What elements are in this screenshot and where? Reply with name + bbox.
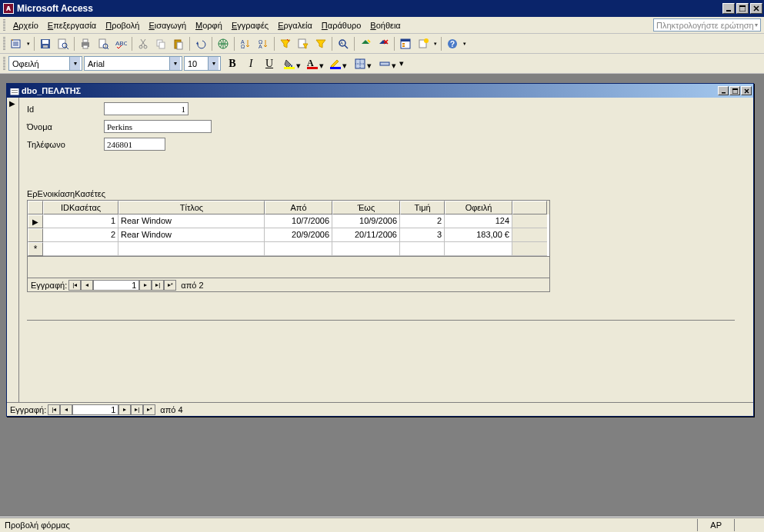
svg-rect-32 bbox=[402, 45, 405, 47]
nav-next-button[interactable]: ▸ bbox=[118, 404, 131, 415]
table-row[interactable]: 2 Rear Window 20/9/2006 20/11/2006 3 183… bbox=[28, 228, 549, 242]
nav-next-button[interactable]: ▸ bbox=[139, 280, 152, 291]
svg-rect-20 bbox=[177, 42, 182, 49]
new-object-button[interactable] bbox=[415, 35, 432, 52]
toolbar-options[interactable]: ▾ bbox=[399, 58, 404, 68]
bold-button[interactable]: B bbox=[224, 55, 241, 72]
font-size-combo[interactable]: 10▾ bbox=[184, 56, 221, 71]
status-panel-empty bbox=[734, 519, 759, 531]
menu-tools[interactable]: Εργαλεία bbox=[273, 19, 317, 32]
font-combo[interactable]: Arial▾ bbox=[84, 56, 182, 71]
standard-toolbar: ▾ ABC AΩ ΩA A ▾ ? ▾ bbox=[0, 34, 764, 54]
subform-label: ΕρΕνοικίασηΚασέτες bbox=[27, 189, 746, 198]
new-record-button[interactable] bbox=[357, 35, 374, 52]
svg-rect-2 bbox=[739, 5, 746, 7]
form-maximize-button[interactable] bbox=[729, 86, 740, 95]
record-selector[interactable]: ▶ bbox=[7, 98, 19, 402]
new-object-dropdown[interactable]: ▾ bbox=[432, 41, 439, 47]
nav-prev-button[interactable]: ◂ bbox=[81, 280, 93, 291]
line-color-button[interactable]: ▾ bbox=[327, 55, 349, 72]
fill-color-button[interactable]: ▾ bbox=[281, 55, 302, 72]
column-header[interactable]: Τιμή bbox=[400, 201, 445, 214]
view-dropdown[interactable]: ▾ bbox=[25, 41, 32, 47]
database-window-button[interactable] bbox=[397, 35, 414, 52]
toolbar-grip[interactable] bbox=[3, 37, 5, 51]
maximize-button[interactable] bbox=[736, 3, 749, 14]
svg-rect-18 bbox=[159, 42, 165, 48]
minimize-button[interactable] bbox=[722, 3, 735, 14]
object-combo[interactable]: Οφειλή▾ bbox=[8, 56, 82, 71]
menu-edit[interactable]: Επεξεργασία bbox=[43, 19, 101, 32]
special-effect-button[interactable]: ▾ bbox=[376, 55, 398, 72]
form-close-button[interactable] bbox=[741, 86, 752, 95]
nav-first-button[interactable]: |◂ bbox=[48, 404, 60, 415]
hyperlink-button[interactable] bbox=[215, 35, 232, 52]
sort-desc-button[interactable]: ΩA bbox=[255, 35, 272, 52]
form-titlebar[interactable]: dbo_ΠΕΛΑΤΗΣ bbox=[7, 84, 753, 98]
svg-rect-10 bbox=[83, 39, 88, 42]
phone-field[interactable] bbox=[104, 138, 165, 151]
print-button[interactable] bbox=[77, 35, 94, 52]
view-button[interactable] bbox=[8, 35, 25, 52]
find-button[interactable]: A bbox=[335, 35, 352, 52]
menu-insert[interactable]: Εισαγωγή bbox=[144, 19, 191, 32]
form-body: ▶ Id Όνομα Τηλέφωνο ΕρΕνοικίασηΚασέτες I… bbox=[7, 98, 753, 416]
toolbar-grip[interactable] bbox=[3, 19, 5, 32]
delete-record-button[interactable] bbox=[375, 35, 392, 52]
help-button[interactable]: ? bbox=[444, 35, 461, 52]
search-file-button[interactable] bbox=[55, 35, 72, 52]
nav-of-text: από 2 bbox=[181, 281, 203, 290]
name-field[interactable] bbox=[104, 120, 212, 133]
filter-form-button[interactable] bbox=[295, 35, 312, 52]
id-field[interactable] bbox=[104, 102, 188, 115]
underline-button[interactable]: U bbox=[261, 55, 278, 72]
menu-help[interactable]: Βοήθεια bbox=[365, 19, 405, 32]
nav-first-button[interactable]: |◂ bbox=[68, 280, 81, 291]
menu-view[interactable]: Προβολή bbox=[101, 19, 144, 32]
toolbar-options[interactable]: ▾ bbox=[462, 41, 468, 47]
svg-rect-5 bbox=[42, 40, 48, 44]
save-button[interactable] bbox=[37, 35, 54, 52]
filter-selection-button[interactable] bbox=[277, 35, 294, 52]
nav-of-text: από 4 bbox=[160, 405, 182, 414]
column-header[interactable]: IDΚασέτας bbox=[43, 201, 118, 214]
cut-button[interactable] bbox=[135, 35, 152, 52]
nav-new-button[interactable]: ▸* bbox=[143, 404, 155, 415]
form-minimize-button[interactable] bbox=[718, 86, 729, 95]
nav-new-button[interactable]: ▸* bbox=[164, 280, 176, 291]
apply-filter-button[interactable] bbox=[312, 35, 329, 52]
border-button[interactable]: ▾ bbox=[352, 55, 373, 72]
font-color-button[interactable]: A▾ bbox=[304, 55, 325, 72]
nav-prev-button[interactable]: ◂ bbox=[60, 404, 72, 415]
column-header[interactable]: Έως bbox=[332, 201, 400, 214]
menu-records[interactable]: Εγγραφές bbox=[227, 19, 273, 32]
format-toolbar: Οφειλή▾ Arial▾ 10▾ B I U ▾ A▾ ▾ ▾ ▾ ▾ bbox=[0, 54, 764, 74]
nav-last-button[interactable]: ▸| bbox=[131, 404, 143, 415]
column-header[interactable]: Τίτλος bbox=[118, 201, 265, 214]
copy-button[interactable] bbox=[152, 35, 169, 52]
nav-last-button[interactable]: ▸| bbox=[152, 280, 164, 291]
spelling-button[interactable]: ABC bbox=[112, 35, 129, 52]
menu-file[interactable]: Αρχείο bbox=[8, 19, 43, 32]
sort-asc-button[interactable]: AΩ bbox=[237, 35, 254, 52]
svg-text:A: A bbox=[259, 44, 262, 49]
ask-a-question-box[interactable]: Πληκτρολογήστε ερώτηση▾ bbox=[653, 18, 761, 32]
svg-rect-31 bbox=[402, 43, 405, 45]
column-header[interactable]: Από bbox=[265, 201, 332, 214]
toolbar-grip[interactable] bbox=[3, 57, 5, 71]
nav-record-number[interactable]: 1 bbox=[72, 404, 118, 415]
table-new-row[interactable] bbox=[28, 242, 549, 256]
status-bar: Προβολή φόρμας AP bbox=[0, 517, 764, 532]
italic-button[interactable]: I bbox=[242, 55, 259, 72]
print-preview-button[interactable] bbox=[95, 35, 112, 52]
column-header[interactable]: Οφειλή bbox=[445, 201, 512, 214]
paste-button[interactable] bbox=[170, 35, 187, 52]
svg-rect-30 bbox=[401, 39, 410, 42]
nav-record-number[interactable]: 1 bbox=[93, 280, 139, 291]
table-row[interactable]: ▶ 1 Rear Window 10/7/2006 10/9/2006 2 12… bbox=[28, 214, 549, 228]
svg-rect-41 bbox=[12, 90, 18, 91]
menu-window[interactable]: Παράθυρο bbox=[317, 19, 365, 32]
undo-button[interactable] bbox=[192, 35, 209, 52]
close-button[interactable] bbox=[750, 3, 762, 14]
menu-format[interactable]: Μορφή bbox=[191, 19, 227, 32]
